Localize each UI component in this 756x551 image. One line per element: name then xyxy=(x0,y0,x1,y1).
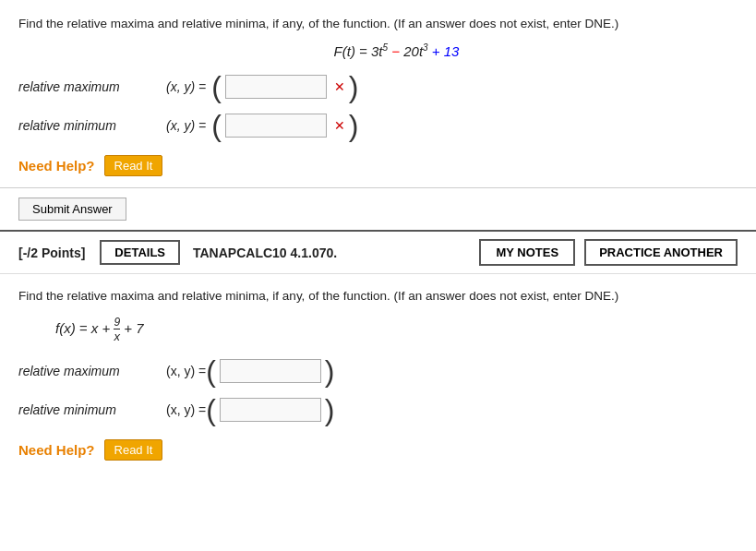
details-bar: [-/2 Points] DETAILS TANAPCALC10 4.1.070… xyxy=(0,232,756,274)
xy-label-min-2: (x, y) = xyxy=(166,402,206,417)
formula-text: F(t) = 3t5 − 20t3 + 13 xyxy=(334,43,460,59)
min-x-input-1[interactable] xyxy=(225,114,327,138)
formula2-prefix: f xyxy=(55,320,59,336)
close-paren-min-2: ) xyxy=(325,395,335,425)
xy-label-max-2: (x, y) = xyxy=(166,364,206,378)
fraction: 9 x xyxy=(114,316,120,344)
read-it-button-2[interactable]: Read It xyxy=(104,439,163,461)
open-paren-min-1: ( xyxy=(211,111,222,140)
relative-minimum-row-2: relative minimum (x, y) = ( ) xyxy=(18,395,738,425)
problem-code: TANAPCALC10 4.1.070. xyxy=(193,246,337,260)
max-x-input-2[interactable] xyxy=(220,359,321,383)
relative-minimum-label-1: relative minimum xyxy=(18,118,166,133)
formula-2: f(x) = x + 9 x + 7 xyxy=(55,316,738,344)
open-paren-min-2: ( xyxy=(206,395,216,425)
problem-statement-2: Find the relative maxima and relative mi… xyxy=(18,287,738,305)
relative-maximum-label-1: relative maximum xyxy=(18,79,166,94)
relative-minimum-row-1: relative minimum (x, y) = ( ✕ ) xyxy=(18,111,738,140)
relative-maximum-row-2: relative maximum (x, y) = ( ) xyxy=(18,356,738,386)
close-x-min-1: ✕ xyxy=(334,118,345,133)
max-x-input-1[interactable] xyxy=(225,75,327,99)
close-paren-min-1: ) xyxy=(349,111,359,140)
formula-1: F(t) = 3t5 − 20t3 + 13 xyxy=(55,42,738,59)
need-help-row-2: Need Help? Read It xyxy=(18,439,738,461)
section-2: Find the relative maxima and relative mi… xyxy=(0,274,756,475)
practice-another-button[interactable]: PRACTICE ANOTHER xyxy=(584,239,738,266)
details-button[interactable]: DETAILS xyxy=(100,240,180,265)
close-paren-max-2: ) xyxy=(325,356,335,386)
read-it-button-1[interactable]: Read It xyxy=(104,155,163,176)
problem-statement-1: Find the relative maxima and relative mi… xyxy=(18,15,738,33)
open-paren-max-1: ( xyxy=(211,72,222,102)
need-help-row-1: Need Help? Read It xyxy=(18,155,738,176)
relative-maximum-label-2: relative maximum xyxy=(18,364,166,378)
xy-label-min-1: (x, y) = xyxy=(166,118,206,133)
points-label: [-/2 Points] xyxy=(18,246,85,260)
my-notes-button[interactable]: MY NOTES xyxy=(479,239,575,266)
close-paren-max-1: ) xyxy=(349,72,359,102)
section-1: Find the relative maxima and relative mi… xyxy=(0,0,756,188)
submit-row: Submit Answer xyxy=(0,188,756,232)
xy-label-max-1: (x, y) = xyxy=(166,79,206,94)
relative-minimum-label-2: relative minimum xyxy=(18,402,166,417)
fraction-denominator: x xyxy=(114,329,120,344)
min-x-input-2[interactable] xyxy=(220,398,321,422)
close-x-max-1: ✕ xyxy=(334,79,345,94)
fraction-numerator: 9 xyxy=(114,316,120,329)
relative-maximum-row-1: relative maximum (x, y) = ( ✕ ) xyxy=(18,72,738,102)
submit-answer-button[interactable]: Submit Answer xyxy=(18,198,126,221)
need-help-label-1: Need Help? xyxy=(18,158,95,174)
need-help-label-2: Need Help? xyxy=(18,442,95,458)
open-paren-max-2: ( xyxy=(206,356,216,386)
